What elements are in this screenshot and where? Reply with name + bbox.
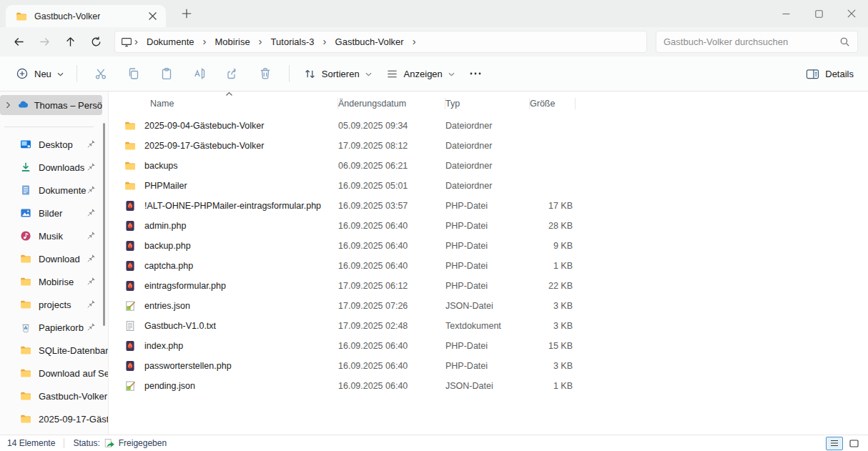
view-button[interactable]: Anzeigen xyxy=(379,64,462,84)
tab-title: Gastbuch-Volker xyxy=(34,11,100,21)
table-row[interactable]: entries.json 17.09.2025 07:26 JSON-Datei… xyxy=(109,296,868,316)
file-size: 1 KB xyxy=(530,261,576,271)
table-row[interactable]: captcha.php 16.09.2025 06:40 PHP-Datei 1… xyxy=(109,256,868,276)
refresh-button[interactable] xyxy=(83,31,109,54)
sidebar-item-dokumente[interactable]: Dokumente xyxy=(0,179,108,202)
rename-button[interactable] xyxy=(183,61,216,86)
sidebar: Thomas – Persö Desktop Downloads Dokumen… xyxy=(0,91,109,435)
folder-icon xyxy=(20,253,31,264)
tab-close-icon[interactable] xyxy=(144,9,160,24)
sidebar-item-download[interactable]: Download xyxy=(0,247,108,270)
delete-button[interactable] xyxy=(249,61,282,86)
table-row[interactable]: 2025-09-17-Gästebuch-Volker 17.09.2025 0… xyxy=(109,136,868,156)
file-type: JSON-Datei xyxy=(445,381,530,391)
breadcrumb-item[interactable]: Gastbuch-Volker xyxy=(329,34,410,49)
table-row[interactable]: admin.php 16.09.2025 06:40 PHP-Datei 28 … xyxy=(109,216,868,236)
this-pc-icon xyxy=(121,36,132,48)
table-row[interactable]: passworterstellen.php 16.09.2025 06:40 P… xyxy=(109,356,868,376)
pin-icon xyxy=(87,231,96,240)
tab-gastbuch-volker[interactable]: Gastbuch-Volker xyxy=(6,5,166,27)
new-button[interactable]: Neu xyxy=(10,63,69,84)
forward-button[interactable] xyxy=(31,31,57,54)
copy-button[interactable] xyxy=(117,61,150,86)
table-row[interactable]: pending.json 16.09.2025 06:40 JSON-Datei… xyxy=(109,376,868,396)
close-button[interactable] xyxy=(835,0,868,27)
php-file-icon xyxy=(124,280,136,292)
icons-view-button[interactable] xyxy=(845,437,862,450)
shared-icon xyxy=(104,438,115,448)
minimize-button[interactable] xyxy=(769,0,802,27)
icons-view-icon xyxy=(849,440,859,447)
sidebar-item-mobirise[interactable]: Mobirise xyxy=(0,270,108,293)
table-row[interactable]: index.php 16.09.2025 06:40 PHP-Datei 15 … xyxy=(109,336,868,356)
share-button[interactable] xyxy=(216,61,249,86)
chevron-right-icon xyxy=(6,101,11,109)
table-row[interactable]: backup.php 16.09.2025 06:40 PHP-Datei 9 … xyxy=(109,236,868,256)
table-row[interactable]: backups 06.09.2025 06:21 Dateiordner xyxy=(109,156,868,176)
sidebar-item-bilder[interactable]: Bilder xyxy=(0,202,108,224)
downloads-icon xyxy=(20,162,31,173)
php-file-icon xyxy=(124,340,136,352)
file-name: !ALT-OHNE-PHPMailer-eintragsformular.php xyxy=(140,201,338,211)
sidebar-item-projects[interactable]: projects xyxy=(0,293,108,316)
table-row[interactable]: eintragsformular.php 17.09.2025 06:12 PH… xyxy=(109,276,868,296)
sidebar-item-gastbuch-volker[interactable]: Gastbuch-Volker xyxy=(0,385,108,407)
table-row[interactable]: 2025-09-04-Gästebuch-Volker 05.09.2025 0… xyxy=(109,116,868,136)
more-options-button[interactable] xyxy=(462,61,489,86)
paste-button[interactable] xyxy=(150,61,183,86)
sidebar-item-download-auf-se[interactable]: Download auf Se xyxy=(0,362,108,385)
sidebar-scrollbar[interactable] xyxy=(103,123,105,326)
file-name: backup.php xyxy=(140,241,338,251)
breadcrumb-item[interactable]: Tutorials-3 xyxy=(265,34,321,49)
sidebar-item-onedrive[interactable]: Thomas – Persö xyxy=(0,95,102,115)
sidebar-item-downloads[interactable]: Downloads xyxy=(0,156,108,179)
cut-button[interactable] xyxy=(84,61,117,86)
table-row[interactable]: PHPMailer 16.09.2025 05:01 Dateiordner xyxy=(109,176,868,196)
file-size: 9 KB xyxy=(530,241,576,251)
php-file-icon xyxy=(124,260,136,272)
sidebar-item-musik[interactable]: Musik xyxy=(0,224,108,247)
file-type: PHP-Datei xyxy=(445,281,530,291)
file-type: Dateiordner xyxy=(445,161,530,171)
music-icon xyxy=(20,230,31,242)
folder-icon xyxy=(124,160,136,172)
maximize-button[interactable] xyxy=(802,0,835,27)
json-file-icon xyxy=(124,380,136,392)
sidebar-item-sqlite-datenbank[interactable]: SQLite-Datenbank xyxy=(0,339,108,362)
up-button[interactable] xyxy=(57,31,83,54)
folder-icon xyxy=(20,276,31,287)
file-type: Dateiordner xyxy=(445,121,530,131)
file-type: Dateiordner xyxy=(445,141,530,151)
file-name: captcha.php xyxy=(140,261,338,271)
status-bar: 14 Elemente Status: Freigegeben xyxy=(0,435,868,451)
table-row[interactable]: !ALT-OHNE-PHPMailer-eintragsformular.php… xyxy=(109,196,868,216)
table-row[interactable]: Gastbuch-V1.0.txt 17.09.2025 02:48 Textd… xyxy=(109,316,868,336)
details-view-button[interactable] xyxy=(826,437,843,450)
folder-icon xyxy=(124,120,136,132)
search-input[interactable]: Gastbuch-Volker durchsuchen xyxy=(656,31,858,53)
file-name: 2025-09-04-Gästebuch-Volker xyxy=(140,121,338,131)
view-button-label: Anzeigen xyxy=(404,69,443,79)
sidebar-item-label: Bilder xyxy=(39,208,62,219)
sort-button-label: Sortieren xyxy=(322,69,360,79)
sidebar-item-desktop[interactable]: Desktop xyxy=(0,133,108,156)
breadcrumb-item[interactable]: Dokumente xyxy=(140,34,200,49)
file-modified-date: 16.09.2025 06:40 xyxy=(338,221,445,231)
address-bar[interactable]: ›Dokumente›Mobirise›Tutorials-3›Gastbuch… xyxy=(114,31,647,53)
back-button[interactable] xyxy=(6,31,31,54)
column-header-type[interactable]: Typ xyxy=(445,93,530,114)
details-pane-button[interactable]: Details xyxy=(806,68,854,80)
column-header-size[interactable]: Größe xyxy=(530,93,576,114)
sidebar-item-papierkorb[interactable]: Papierkorb xyxy=(0,316,108,339)
sort-button[interactable]: Sortieren xyxy=(297,64,379,84)
sidebar-item-2025-09-17-g-ste[interactable]: 2025-09-17-Gäste xyxy=(0,407,108,430)
pin-icon xyxy=(87,254,96,263)
new-tab-button[interactable] xyxy=(176,3,197,24)
column-header-name[interactable]: Name xyxy=(140,93,338,114)
file-modified-date: 16.09.2025 05:01 xyxy=(338,181,445,191)
column-header-date[interactable]: Änderungsdatum xyxy=(338,93,445,114)
file-type: PHP-Datei xyxy=(445,361,530,371)
file-name: pending.json xyxy=(140,381,338,391)
breadcrumb-item[interactable]: Mobirise xyxy=(208,34,256,49)
recycle-bin-icon xyxy=(20,322,31,333)
